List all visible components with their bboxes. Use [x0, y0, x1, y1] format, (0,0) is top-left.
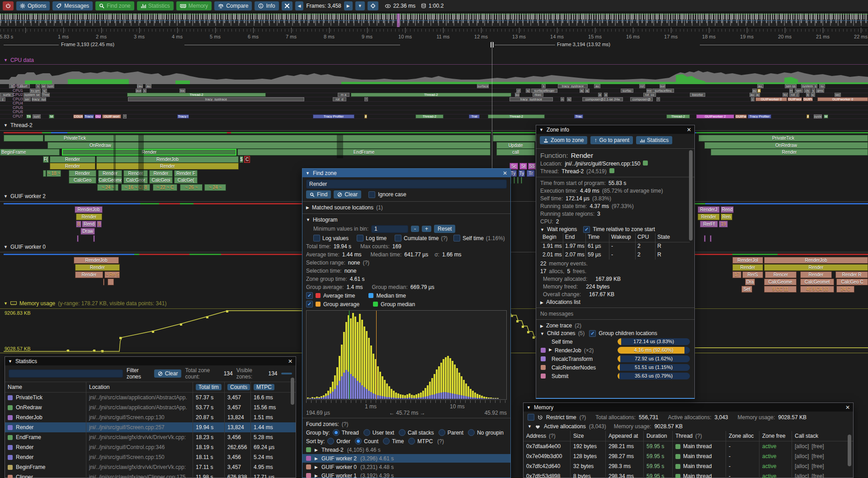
statistics-row[interactable]: Render jni/../jni/src/guif/Control.cpp:3…	[5, 442, 296, 452]
cpu-zone[interactable]: au	[594, 84, 600, 88]
cpu-zone[interactable]: s	[36, 84, 40, 88]
cpu-zone[interactable]: cls	[804, 89, 811, 93]
expand-arrow-icon[interactable]: ▶	[315, 473, 318, 478]
histogram-option[interactable]: Self time (1.16%)	[453, 235, 505, 241]
sort-by-option[interactable]: MTPC	[408, 438, 433, 445]
cpu-zone[interactable]: a	[598, 93, 602, 97]
timeline-zone[interactable]: Render	[732, 264, 763, 271]
allocations-list[interactable]: ▶Allocations list	[536, 298, 694, 306]
cpu-zone[interactable]: Thread-2	[415, 114, 443, 118]
cpu-zone[interactable]: au,	[757, 84, 764, 88]
col-name[interactable]: Name	[8, 384, 22, 390]
statistics-row[interactable]: PrivateTick jni/../jni/src/claw/applicat…	[5, 393, 296, 402]
cpu-zone[interactable]: A	[807, 114, 809, 118]
info-button[interactable]: Info	[255, 1, 278, 10]
expand-arrow-icon[interactable]: ▶	[540, 300, 543, 305]
cpu-zone[interactable]: ^	[656, 97, 660, 101]
cpu-zone[interactable]: kv.gm	[30, 89, 41, 93]
timeline-zone[interactable]: ~ 16 ~ C( 8	[121, 184, 150, 191]
timeline-zone[interactable]	[514, 177, 515, 184]
timeline-zone[interactable]	[43, 170, 46, 177]
timeline-zone[interactable]: Draw	[80, 228, 95, 235]
cpu-zone[interactable]: su	[515, 93, 519, 97]
timeline-zone[interactable]: RenderJob	[96, 156, 239, 163]
timeline-zone[interactable]: EndFrame	[237, 149, 491, 156]
cpu-zone[interactable]: kv	[783, 93, 788, 97]
expand-arrow-icon[interactable]: ▶	[540, 324, 543, 328]
radio-icon[interactable]	[399, 429, 406, 436]
found-zone-group[interactable]: ▶ GUIF worker 2 (3,296) 4.61 s	[302, 454, 510, 463]
cpu-zone[interactable]: Trat	[469, 114, 480, 118]
cpu-zone[interactable]: s	[143, 89, 146, 93]
cpu-zone[interactable]: sen ss	[785, 84, 797, 88]
timeline-zone[interactable]: Render	[149, 170, 173, 177]
ignore-case-checkbox[interactable]	[368, 191, 375, 198]
sort-by-option[interactable]: Count	[355, 438, 378, 445]
cpu-zone[interactable]: CGUIF	[73, 114, 83, 118]
zone-trace-header[interactable]: ▶Zone trace(2)	[536, 322, 694, 329]
timeline-zone[interactable]: CalcGeo	[69, 177, 96, 184]
found-zone-group[interactable]: ▶ GUIF worker 1 (3,192) 4.39 s	[302, 471, 510, 478]
cpu-zone[interactable]: s	[811, 89, 815, 93]
col-thread[interactable]: Thread	[675, 433, 693, 439]
cpu-zone[interactable]: tracy_systrace	[128, 97, 304, 101]
timeline-zone[interactable]: S$	[528, 163, 536, 170]
histogram-option[interactable]: Log time	[357, 235, 389, 241]
cpu-zone[interactable]: Tracy Profiler	[313, 114, 354, 118]
timeline-zone[interactable]: Render F	[174, 170, 198, 177]
alloc-callstack-link[interactable]: [alloc]	[795, 443, 809, 450]
memory-data-point[interactable]	[226, 310, 228, 312]
collapse-arrow-icon[interactable]: ▼	[540, 227, 544, 232]
collapse-arrow-icon[interactable]: ▼	[540, 331, 544, 336]
cpu-zone[interactable]: surfa	[0, 93, 14, 97]
timeline-zone[interactable]: CalcGeome	[98, 177, 122, 184]
timeline-zone[interactable]: RenderJob	[764, 257, 868, 264]
min-values-input[interactable]	[371, 225, 408, 233]
cpu-zone[interactable]: a	[604, 93, 608, 97]
filter-zones-input[interactable]	[9, 369, 123, 378]
timeline-zone[interactable]: Rend	[721, 206, 734, 213]
timeline-zone[interactable]: Render	[123, 170, 148, 177]
timeline-zone[interactable]: Render	[711, 149, 868, 156]
allocation-row[interactable]: 0x7e049b3d00 128 bytes 298.27 ms 59.95 s…	[524, 451, 853, 461]
cpu-zone[interactable]: rot_d	[333, 97, 346, 101]
overview-view-marker[interactable]	[397, 14, 400, 27]
cpu-zone[interactable]: composer@2.1-se (Hw	[582, 97, 623, 101]
timeline-zone[interactable]: Dra	[745, 279, 755, 285]
timeline-zone[interactable]: 24 C	[836, 286, 854, 293]
cpu-zone[interactable]: |(	[0, 97, 5, 101]
histogram-option[interactable]: Cumulate time (?)	[395, 235, 448, 241]
cpu-zone[interactable]: rkwc	[533, 93, 543, 97]
memory-data-point[interactable]	[152, 331, 154, 333]
timeline-zone[interactable]: RerS	[742, 271, 763, 278]
cpu-zone[interactable]: sen	[795, 89, 803, 93]
collapse-arrow-icon[interactable]: ▼	[4, 58, 8, 62]
timeline-zone[interactable]: Render	[75, 264, 120, 271]
go-to-parent-button[interactable]: ↑Go to parent	[590, 136, 633, 144]
allocation-row[interactable]: 0x7dfc53d898 8 bytes 298.34 ms 59.95 s M…	[524, 471, 853, 478]
timeline-zone[interactable]: ~ 26 ~	[180, 184, 203, 191]
timeline-zone[interactable]: RenderJob	[75, 206, 103, 213]
col-total-time-button[interactable]: Total tim	[196, 384, 222, 390]
clear-button[interactable]: Clear	[334, 190, 361, 199]
timeline-zone[interactable]: ~ 22 ~ C	[153, 184, 177, 191]
clipped-button[interactable]	[281, 373, 292, 374]
timeline-zone[interactable]: 46 9 C4 10	[800, 286, 834, 293]
timeline-zone[interactable]: Render	[50, 163, 95, 170]
zone-info-scrollbar[interactable]	[689, 150, 693, 241]
cpu-zone[interactable]: ser	[24, 97, 31, 101]
timeline-zone[interactable]: ~ 18 ~	[47, 170, 61, 177]
cpu-zone[interactable]: aux	[136, 89, 142, 93]
allocation-row[interactable]: 0x7dfc42d640 32 bytes 298.3 ms 59.95 s M…	[524, 461, 853, 471]
cpu-zone[interactable]: gms	[816, 89, 824, 93]
cpu-zone[interactable]: au	[752, 89, 757, 93]
cpu-zone[interactable]: Thread-2	[666, 114, 690, 118]
timeline-zone[interactable]: Render	[76, 213, 102, 220]
radio-icon[interactable]	[439, 429, 445, 436]
cpu-zone[interactable]: ^	[364, 97, 368, 101]
group-by-option[interactable]: Parent	[439, 429, 463, 436]
memory-data-point[interactable]	[93, 350, 95, 352]
memory-scrollbar[interactable]	[848, 435, 851, 466]
cpu-zone[interactable]: rot_co	[643, 93, 656, 97]
timeline-zone[interactable]: CalcGe(	[174, 177, 198, 184]
